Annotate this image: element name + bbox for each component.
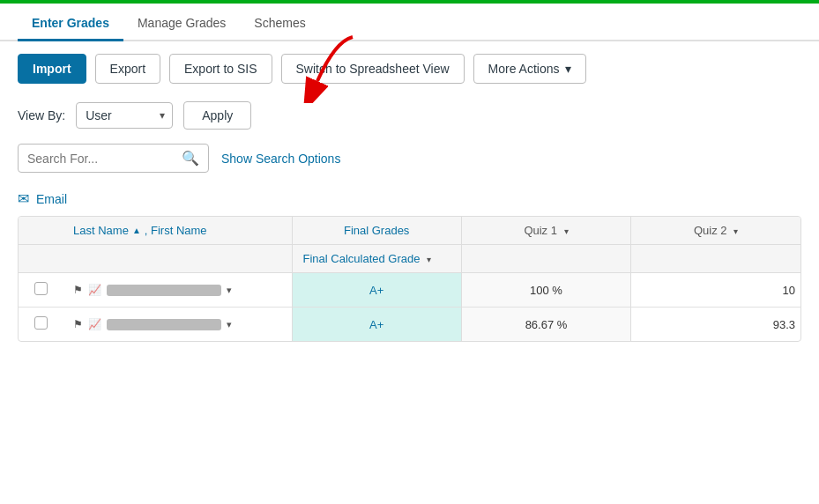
col-subheader-quiz1-detail <box>461 245 630 273</box>
col-subheader-checkbox <box>19 245 63 273</box>
row1-name-chevron[interactable]: ▾ <box>227 285 232 296</box>
email-icon: ✉ <box>18 190 29 207</box>
search-icon[interactable]: 🔍 <box>182 150 199 167</box>
row1-name: ⚑ 📈 ▾ <box>73 284 281 296</box>
row1-final-grade: A+ <box>369 284 383 297</box>
tab-schemes[interactable]: Schemes <box>240 7 319 41</box>
export-sis-button[interactable]: Export to SIS <box>169 54 272 84</box>
row2-name-chevron[interactable]: ▾ <box>227 319 232 330</box>
toolbar: Import Export Export to SIS Switch to Sp… <box>0 41 819 96</box>
row2-quiz1-cell: 86.67 % <box>461 308 630 342</box>
viewby-select[interactable]: User Group <box>86 108 145 122</box>
table-row: ⚑ 📈 ▾ A+ 100 % 10 <box>19 273 800 308</box>
col-header-quiz1: Quiz 1 ▾ <box>461 217 630 245</box>
import-button[interactable]: Import <box>18 54 86 84</box>
tab-enter-grades[interactable]: Enter Grades <box>18 7 123 41</box>
col-name-label: Last Name <box>73 224 129 237</box>
chevron-down-icon: ▾ <box>565 62 571 76</box>
row1-final-grade-cell: A+ <box>292 273 461 308</box>
switch-view-button[interactable]: Switch to Spreadsheet View <box>281 54 465 84</box>
row1-flag-icon: ⚑ <box>73 284 83 296</box>
sort-up-icon: ▲ <box>132 226 141 235</box>
quiz1-sort-icon[interactable]: ▾ <box>564 226 569 236</box>
col-header-checkbox <box>19 217 63 245</box>
search-input[interactable] <box>27 152 182 166</box>
row1-student-name <box>107 285 221 296</box>
row2-final-grade-cell: A+ <box>292 308 461 342</box>
table-row: ⚑ 📈 ▾ A+ 86.67 % 93.3 <box>19 308 800 342</box>
row1-quiz2-cell: 10 <box>631 273 800 308</box>
email-row: ✉ Email <box>0 185 819 216</box>
row1-chart-icon: 📈 <box>88 284 101 296</box>
calc-grade-label: Final Calculated Grade <box>303 252 421 265</box>
viewby-label: View By: <box>18 108 65 122</box>
apply-button[interactable]: Apply <box>183 101 251 130</box>
more-actions-button[interactable]: More Actions ▾ <box>473 54 586 84</box>
row2-checkbox-cell <box>19 308 63 342</box>
col-header-name: Last Name ▲ , First Name <box>63 217 292 245</box>
calc-grade-sort-icon[interactable]: ▾ <box>427 255 431 264</box>
sort-name-button[interactable]: Last Name ▲ , First Name <box>73 224 207 237</box>
quiz2-sort-icon[interactable]: ▾ <box>733 226 738 236</box>
row2-flag-icon: ⚑ <box>73 318 83 330</box>
export-button[interactable]: Export <box>95 54 160 84</box>
select-chevron-icon: ▾ <box>160 109 165 122</box>
row1-quiz2-value: 10 <box>783 284 795 297</box>
email-label[interactable]: Email <box>36 192 67 206</box>
viewby-select-wrapper[interactable]: User Group ▾ <box>76 102 173 129</box>
col-subheader-name <box>63 245 292 273</box>
col-header-final-grades: Final Grades <box>292 217 461 245</box>
grades-table: Last Name ▲ , First Name Final Grades Qu… <box>19 217 800 341</box>
row1-checkbox-cell <box>19 273 63 308</box>
col-subheader-calc-grade: Final Calculated Grade ▾ <box>292 245 461 273</box>
row2-chart-icon: 📈 <box>88 318 101 330</box>
row1-quiz1-value: 100 % <box>530 284 562 297</box>
tab-manage-grades[interactable]: Manage Grades <box>123 7 240 41</box>
viewby-row: View By: User Group ▾ Apply <box>0 96 819 138</box>
row1-name-cell: ⚑ 📈 ▾ <box>63 273 292 308</box>
row2-quiz2-value: 93.3 <box>773 318 795 331</box>
col-subheader-quiz2-detail <box>631 245 800 273</box>
quiz1-label: Quiz 1 <box>524 224 557 237</box>
search-row: 🔍 Show Search Options <box>0 138 819 185</box>
grades-table-wrapper: Last Name ▲ , First Name Final Grades Qu… <box>18 216 801 342</box>
row2-name-cell: ⚑ 📈 ▾ <box>63 308 292 342</box>
top-progress-bar <box>0 0 819 4</box>
row2-final-grade: A+ <box>369 318 383 331</box>
row1-checkbox[interactable] <box>34 282 48 295</box>
row1-quiz1-cell: 100 % <box>461 273 630 308</box>
more-actions-label: More Actions <box>488 62 560 76</box>
search-box[interactable]: 🔍 <box>18 144 209 173</box>
row2-quiz2-cell: 93.3 <box>631 308 800 342</box>
row2-name: ⚑ 📈 ▾ <box>73 318 281 330</box>
col-header-quiz2: Quiz 2 ▾ <box>631 217 800 245</box>
col-name-suffix: , First Name <box>145 224 207 237</box>
row2-quiz1-value: 86.67 % <box>525 318 568 331</box>
tabs-bar: Enter Grades Manage Grades Schemes <box>0 7 819 41</box>
quiz2-label: Quiz 2 <box>694 224 727 237</box>
row2-student-name <box>107 319 221 330</box>
row2-checkbox[interactable] <box>34 316 48 330</box>
show-search-options-link[interactable]: Show Search Options <box>221 152 340 166</box>
